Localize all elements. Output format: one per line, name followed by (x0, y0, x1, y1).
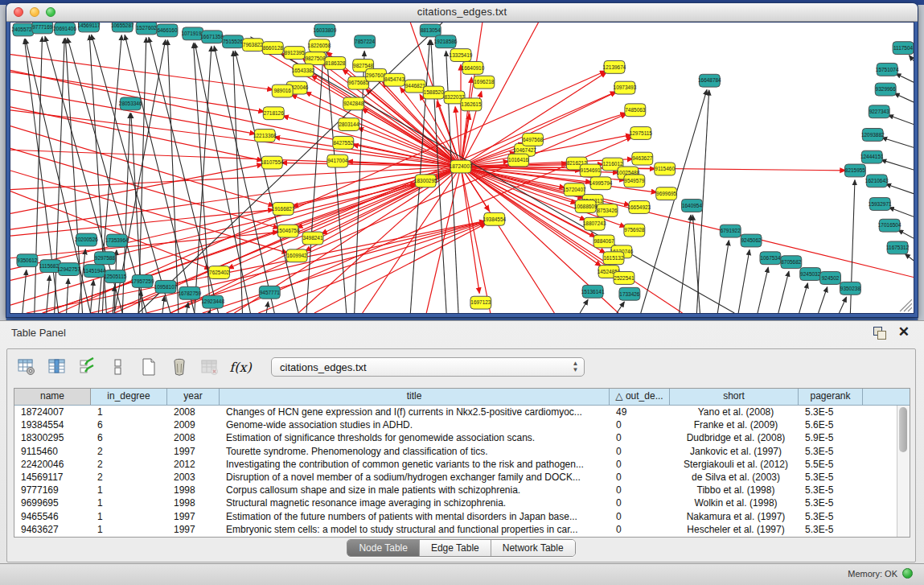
graph-node[interactable]: 10655287 (111, 23, 134, 32)
table-cell-year[interactable]: 2003 (167, 471, 220, 484)
graph-node[interactable]: 18300295 (414, 175, 437, 187)
graph-node[interactable]: 16654923 (627, 201, 651, 214)
table-cell-title[interactable]: Embryonic stem cells: a model to study s… (220, 523, 610, 536)
graph-node[interactable]: 9549579 (624, 175, 645, 187)
graph-node[interactable]: 9227343 (869, 105, 889, 118)
table-cell-name[interactable]: 9115460 (14, 445, 91, 458)
table-cell-name[interactable]: 9465546 (14, 510, 91, 523)
graph-node[interactable]: 9245062 (741, 234, 762, 247)
graph-node[interactable]: 16671358 (200, 31, 224, 43)
graph-node[interactable]: 19218586 (434, 35, 458, 48)
table-cell-pagerank[interactable]: 5.3E-5 (799, 496, 863, 509)
graph-node[interactable]: 8912395 (284, 47, 305, 60)
show-columns-icon[interactable] (46, 356, 68, 378)
graph-edge-black[interactable] (580, 300, 588, 313)
graph-node[interactable]: 3498241 (302, 232, 323, 245)
graph-edge-black[interactable] (888, 115, 914, 125)
graph-edge-red[interactable] (461, 92, 616, 167)
table-cell-year[interactable]: 2009 (167, 418, 220, 431)
graph-node[interactable]: 16640910 (462, 61, 485, 74)
tab-node-table[interactable]: Node Table (347, 540, 420, 556)
table-cell-year[interactable]: 1997 (167, 523, 220, 536)
graph-edge-red[interactable] (461, 167, 479, 293)
table-mode-icon[interactable] (15, 356, 38, 378)
table-cell-title[interactable]: Genome-wide association studies in ADHD. (220, 418, 610, 431)
graph-edge-red[interactable] (461, 167, 914, 277)
graph-node[interactable]: 12505115 (104, 270, 127, 283)
table-cell-title[interactable]: Changes of HCN gene expression and I(f) … (220, 406, 610, 418)
function-builder-icon[interactable]: f(x) (229, 356, 252, 378)
graph-edge-black[interactable] (738, 250, 749, 313)
graph-edge-black[interactable] (905, 253, 914, 260)
table-cell-in_degree[interactable]: 1 (91, 496, 167, 509)
graph-edge-black[interactable] (886, 184, 914, 194)
graph-node[interactable]: 12444151 (860, 150, 884, 163)
graph-node[interactable]: 9463627 (632, 152, 653, 165)
graph-node[interactable]: 11451944 (83, 265, 106, 278)
graph-node[interactable]: 1615132 (603, 252, 624, 265)
table-cell-pagerank[interactable]: 5.3E-5 (799, 523, 863, 536)
graph-node[interactable]: 19166827 (272, 203, 295, 216)
column-header-name[interactable]: name (14, 389, 91, 405)
graph-edge-black[interactable] (162, 296, 165, 313)
graph-node[interactable]: 6791922 (720, 225, 741, 237)
graph-node[interactable]: 13325419 (450, 49, 473, 62)
graph-edge-black[interactable] (894, 93, 914, 102)
column-header-in_degree[interactable]: in_degree (91, 389, 167, 405)
graph-edge-black[interactable] (898, 230, 914, 238)
network-window-titlebar[interactable]: citations_edges.txt (6, 3, 918, 22)
graph-node[interactable]: 17353964 (105, 234, 129, 247)
table-cell-year[interactable]: 1997 (167, 445, 220, 458)
table-cell-short[interactable]: Franke et al. (2009) (670, 418, 799, 431)
table-cell-in_degree[interactable]: 1 (91, 484, 167, 496)
table-cell-year[interactable]: 1998 (167, 484, 220, 496)
table-row[interactable]: 1456911722003Disruption of a novel membe… (14, 471, 897, 484)
graph-node[interactable]: 9827508 (305, 52, 326, 65)
table-cell-year[interactable]: 1997 (167, 510, 220, 523)
graph-node[interactable]: 1016416 (508, 154, 529, 167)
table-cell-short[interactable]: Tibbo et al. (1998) (670, 484, 799, 496)
graph-node[interactable]: 10958107 (154, 280, 178, 293)
column-header-pagerank[interactable]: pagerank (799, 389, 863, 405)
table-row[interactable]: 1830029562008Estimation of significance … (14, 431, 897, 444)
graph-node[interactable]: 8705682 (781, 256, 802, 269)
graph-node[interactable]: 9115460 (655, 163, 676, 175)
table-cell-title[interactable]: Disruption of a novel member of a sodium… (220, 471, 610, 484)
graph-node[interactable]: 8427552 (333, 136, 354, 149)
graph-node[interactable]: 7485063 (625, 104, 646, 117)
table-row[interactable]: 911546021997Tourette syndrome. Phenomeno… (14, 445, 897, 458)
graph-node[interactable]: 1527602 (136, 23, 157, 35)
tab-edge-table[interactable]: Edge Table (420, 540, 491, 556)
graph-edge-black[interactable] (138, 38, 146, 313)
graph-node[interactable]: 8454743 (384, 73, 405, 86)
table-cell-short[interactable]: Yano et al. (2008) (670, 406, 799, 418)
graph-node[interactable]: 1640954 (682, 200, 703, 212)
graph-edge-black[interactable] (819, 287, 827, 313)
graph-node[interactable]: 18226058 (308, 39, 331, 52)
graph-node[interactable]: 16782759 (178, 286, 201, 299)
float-panel-icon[interactable] (873, 326, 885, 339)
graph-node[interactable]: 7857224 (355, 35, 376, 48)
table-cell-in_degree[interactable]: 2 (91, 445, 167, 458)
table-cell-year[interactable]: 1998 (167, 496, 220, 509)
column-header-out_de[interactable]: △ out_de... (610, 389, 670, 405)
graph-edge-black[interactable] (233, 51, 243, 313)
minimize-window-icon[interactable] (30, 7, 39, 17)
graph-node[interactable]: 12975115 (630, 127, 653, 140)
graph-node[interactable]: 6497568 (523, 133, 544, 146)
graph-edge-black[interactable] (692, 215, 700, 313)
graph-node[interactable]: 8753426 (597, 204, 618, 217)
graph-node[interactable]: 20200526 (75, 233, 98, 246)
graph-node[interactable]: 9245032 (800, 268, 821, 281)
scrollbar-thumb[interactable] (899, 407, 907, 452)
graph-node[interactable]: 9329966 (875, 83, 896, 96)
table-cell-out_de[interactable]: 0 (610, 445, 670, 458)
table-cell-short[interactable]: Wolkin et al. (1998) (670, 496, 799, 509)
graph-edge-black[interactable] (266, 302, 268, 313)
column-header-short[interactable]: short (670, 389, 799, 405)
table-cell-out_de[interactable]: 49 (610, 406, 670, 418)
graph-node[interactable]: 12213368 (253, 130, 277, 142)
resize-grip[interactable] (900, 299, 912, 311)
table-cell-out_de[interactable]: 0 (610, 471, 670, 484)
graph-node[interactable]: 14569117 (77, 23, 101, 32)
